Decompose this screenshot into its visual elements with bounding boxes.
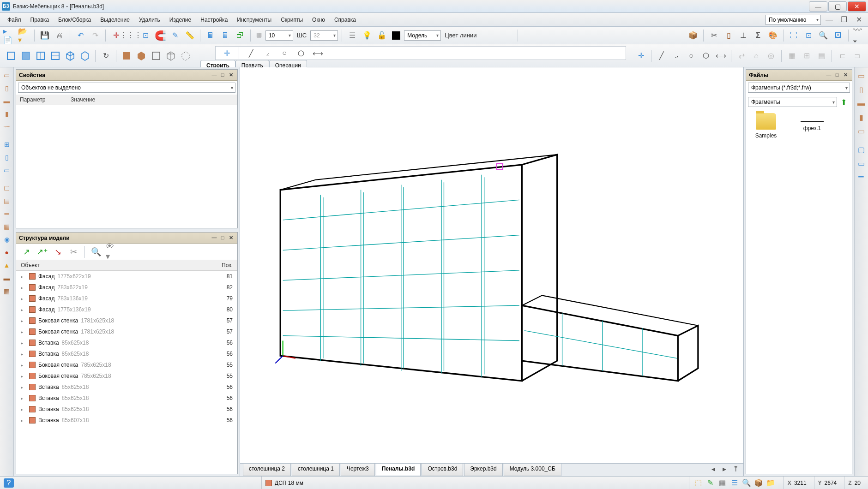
tree-toggle-icon[interactable]: ▸: [21, 274, 27, 279]
lt-edge-icon[interactable]: ◉: [1, 233, 12, 245]
rt-panel1-icon[interactable]: ▭: [855, 69, 868, 82]
props-min-icon[interactable]: —: [211, 72, 218, 79]
menu-file[interactable]: Файл: [3, 15, 26, 25]
lt-panel-icon[interactable]: ▭: [1, 69, 12, 81]
structure-row[interactable]: ▸Вставка85x625x1856: [16, 393, 237, 404]
calc2-icon[interactable]: 🖩: [219, 29, 232, 42]
array2-icon[interactable]: ⊞: [800, 49, 813, 62]
package-icon[interactable]: 📦: [687, 29, 699, 42]
calc1-icon[interactable]: 🖩: [204, 29, 217, 42]
tree-toggle-icon[interactable]: ▸: [21, 329, 27, 334]
structure-row[interactable]: ▸Вставка85x625x1856: [16, 348, 237, 359]
step-input[interactable]: 32: [310, 30, 338, 41]
view-left-icon[interactable]: [19, 49, 32, 62]
struct-eye-icon[interactable]: 👁▾: [105, 245, 118, 258]
tree-toggle-icon[interactable]: ▸: [21, 407, 27, 412]
angle-tool-icon[interactable]: ⦟: [261, 47, 274, 60]
magnet-icon[interactable]: 🧲: [154, 29, 167, 42]
bulb-icon[interactable]: 💡: [361, 29, 374, 42]
struct-close-icon[interactable]: ✕: [227, 234, 235, 242]
preset-combo[interactable]: По умолчанию: [766, 15, 821, 25]
color-swatch[interactable]: [392, 31, 400, 40]
grid-icon[interactable]: ⋮⋮⋮: [124, 29, 137, 42]
view-iso-icon[interactable]: [64, 49, 77, 62]
struct-tools-icon[interactable]: ✂: [67, 245, 80, 258]
rt-panel5-icon[interactable]: ▭: [855, 125, 868, 137]
vtab-6[interactable]: Модуль 3.000_СБ: [504, 464, 561, 476]
draw-axes-icon[interactable]: ✛: [220, 47, 233, 60]
wire1-icon[interactable]: [150, 49, 163, 62]
tree-toggle-icon[interactable]: ▸: [21, 374, 27, 379]
vtab-prev-icon[interactable]: ◂: [708, 464, 718, 474]
lt-panel2-icon[interactable]: ▯: [1, 82, 12, 94]
undo-button[interactable]: ↶: [74, 29, 87, 42]
structure-row[interactable]: ▸Боковая стенка785x625x1855: [16, 370, 237, 382]
lt-horz-icon[interactable]: ▭: [1, 164, 12, 176]
tree-toggle-icon[interactable]: ▸: [21, 352, 27, 357]
vtab-3[interactable]: Пеналы.b3d: [376, 464, 421, 476]
view-top-icon[interactable]: [49, 49, 62, 62]
mirror-icon[interactable]: ⇄: [735, 49, 748, 62]
files-folder-combo[interactable]: Фрагменты: [748, 97, 837, 107]
tree-toggle-icon[interactable]: ▸: [21, 318, 27, 323]
wire2-icon[interactable]: [164, 49, 177, 62]
join-icon[interactable]: ⊏: [836, 49, 849, 62]
help-icon[interactable]: ?: [4, 478, 14, 488]
structure-row[interactable]: ▸Фасад1775x622x1981: [16, 271, 237, 282]
files-close-icon[interactable]: ✕: [842, 72, 849, 79]
ruler-icon[interactable]: 📏: [183, 29, 196, 42]
rt-sec3-icon[interactable]: ═: [855, 171, 868, 184]
vtab-next-icon[interactable]: ▸: [719, 464, 729, 474]
files-max-icon[interactable]: □: [833, 72, 841, 79]
rt-sec2-icon[interactable]: ▭: [855, 157, 868, 170]
lt-vert-icon[interactable]: ▯: [1, 151, 12, 163]
vtab-up-icon[interactable]: ⤒: [730, 464, 741, 474]
dim-tool-icon[interactable]: ⟷: [311, 47, 324, 60]
menu-block[interactable]: Блок/Сборка: [54, 15, 96, 25]
st-grid-icon[interactable]: ▦: [717, 478, 728, 488]
menu-delete[interactable]: Удалить: [134, 15, 165, 25]
redo-button[interactable]: ↷: [89, 29, 102, 42]
open-button[interactable]: 📂▾: [18, 29, 30, 42]
menu-product[interactable]: Изделие: [165, 15, 196, 25]
structure-row[interactable]: ▸Вставка85x607x1856: [16, 415, 237, 426]
st-select-icon[interactable]: ⬚: [693, 478, 704, 488]
rotate-icon[interactable]: ↻: [99, 49, 112, 62]
circle-tool-icon[interactable]: ○: [278, 47, 291, 60]
rt-panel4-icon[interactable]: ▮: [855, 111, 868, 124]
struct-add2-icon[interactable]: ↗⁺: [36, 245, 48, 258]
circle2-icon[interactable]: ○: [685, 49, 698, 62]
minimize-button[interactable]: —: [809, 1, 827, 12]
tree-toggle-icon[interactable]: ▸: [21, 307, 27, 312]
target-icon[interactable]: ◎: [765, 49, 778, 62]
angle2-icon[interactable]: ⦟: [670, 49, 683, 62]
structure-row[interactable]: ▸Фасад783x622x1982: [16, 282, 237, 293]
menu-select[interactable]: Выделение: [96, 15, 134, 25]
vtab-0[interactable]: столешница 2: [243, 464, 291, 476]
tree-toggle-icon[interactable]: ▸: [21, 396, 27, 401]
lt-box-icon[interactable]: ▬: [1, 272, 12, 284]
files-filter-combo[interactable]: Фрагменты (*.fr3d;*.frw): [748, 83, 850, 93]
lt-door-icon[interactable]: ▢: [1, 182, 12, 194]
structure-row[interactable]: ▸Фасад1775x136x1980: [16, 304, 237, 315]
files-up-icon[interactable]: ⬆: [837, 95, 850, 108]
struct-add-icon[interactable]: ↗: [20, 245, 33, 258]
struct-max-icon[interactable]: □: [219, 234, 226, 242]
rt-panel2-icon[interactable]: ▯: [855, 83, 868, 96]
tree-toggle-icon[interactable]: ▸: [21, 363, 27, 368]
file-item-samples[interactable]: Samples: [750, 113, 782, 470]
lt-curve-icon[interactable]: 〰: [1, 121, 12, 133]
tree-toggle-icon[interactable]: ▸: [21, 340, 27, 346]
vtab-5[interactable]: Эркер.b3d: [464, 464, 502, 476]
menu-help[interactable]: Справка: [330, 15, 361, 25]
vtab-1[interactable]: столешница 1: [292, 464, 340, 476]
structure-row[interactable]: ▸Боковая стенка785x625x1855: [16, 359, 237, 370]
zoom-window-icon[interactable]: ⊡: [802, 29, 815, 42]
lt-shelf-icon[interactable]: ═: [1, 208, 12, 220]
lt-grid-icon[interactable]: ⊞: [1, 138, 12, 150]
structure-row[interactable]: ▸Боковая стенка1781x625x1857: [16, 315, 237, 326]
width-input[interactable]: 10: [265, 30, 293, 41]
rt-sec1-icon[interactable]: ▢: [855, 143, 868, 156]
lt-back-icon[interactable]: ▦: [1, 221, 12, 233]
child-close-button[interactable]: ✕: [852, 13, 865, 26]
